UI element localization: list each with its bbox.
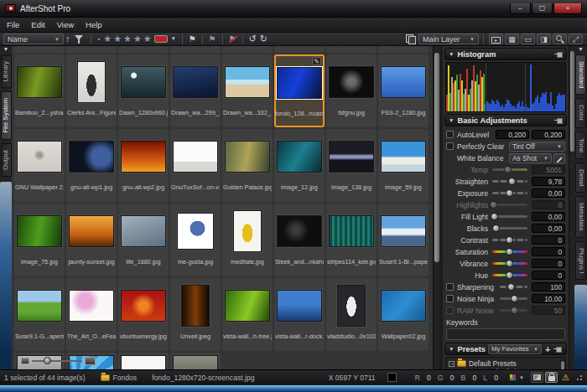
slider-value[interactable]: 50 [532,306,565,315]
sort-direction-button[interactable]: ↑ [65,34,70,44]
slider-value[interactable]: 0,00 [532,224,565,233]
resize-grip[interactable] [576,374,583,381]
slider-value[interactable]: 9,78 [532,177,565,186]
layers-icon[interactable] [406,34,415,44]
thumbnail-cell[interactable]: GNU Wallpaper 2.jpg [14,129,65,202]
slider-value[interactable]: 0 [532,200,565,209]
add-preset-button[interactable]: + [545,345,550,353]
magnifier-button[interactable] [553,34,567,44]
tab-file-system[interactable]: File System [1,91,12,140]
rotate-left-icon[interactable]: ↺ [249,34,257,44]
thumbnail-cell[interactable]: jaunty-sunset.jpg [66,204,117,276]
slideshow-button[interactable]: ▸ [489,34,503,44]
thumbnail-cell[interactable]: me-gusta.jpg [170,204,221,276]
slider-value[interactable]: 5001 [532,165,565,174]
thumbnail-cell-cut[interactable] [378,46,429,53]
menu-edit[interactable]: Edit [31,20,44,29]
autolevel-checkbox[interactable] [446,131,454,138]
thumbnail-cell[interactable]: vladstudio...0x1024.jpg [326,278,377,351]
menu-help[interactable]: Help [86,20,102,29]
slider-handle[interactable] [506,248,513,255]
sharpening-checkbox[interactable] [446,283,454,291]
preset-folder-row[interactable]: − Default Presets [449,359,563,368]
thumbnail-cell[interactable]: vista-wall...r-dock.jpg [274,278,325,351]
color-management-dropdown-icon[interactable]: ▼ [519,375,524,380]
thumbnail-cell[interactable]: Suse9.1-Bl...papers.jpg [378,204,429,276]
raw-noise-checkbox[interactable] [446,307,454,314]
slider-handle[interactable] [492,224,500,232]
slider-value[interactable]: 10,00 [532,294,565,303]
thumbnail-cell[interactable]: meditate.jpg [222,204,273,276]
autolevel-low-value[interactable]: 0,200 [496,130,529,139]
vibrance-slider[interactable] [492,262,527,265]
menu-file[interactable]: File [7,20,19,29]
tab-tone[interactable]: Tone [575,132,586,159]
pin-icon[interactable] [554,50,563,58]
thumbnail-cell[interactable]: Dawn_1280x960.jpg [118,54,169,127]
thumbnail-cell[interactable]: Wallpaper02.jpg [378,278,429,351]
thumbnail-cell-cut[interactable] [274,46,325,53]
thumbnail-cell[interactable]: gnu-alt-wp2.jpg [118,129,169,202]
slider-value[interactable]: 100 [532,282,565,291]
tab-standard[interactable]: Standard [575,54,586,95]
raw-noise-slider[interactable] [500,309,527,312]
thumbnail-cell[interactable]: image_138.jpg [326,129,377,202]
thumbnail-cell[interactable]: Unveil.jpeg [170,278,221,351]
panel-scrollbar[interactable] [569,46,574,369]
slider-value[interactable]: 0 [532,247,565,256]
thumbnail-cell[interactable]: vista-wall...h-tree.jpg [222,278,273,351]
thumbnail-cell-cut[interactable] [222,46,273,53]
single-view-button[interactable]: ▭ [521,34,535,44]
sort-field-dropdown[interactable]: Name ▼ [3,34,64,44]
slider-handle[interactable] [490,201,497,209]
slider-handle[interactable] [506,271,513,279]
slider-handle[interactable] [506,236,513,244]
thumbnail-cell[interactable]: fsfgnu.jpg [326,54,377,127]
layer-dropdown[interactable]: Main Layer ▼ [418,34,479,44]
presets-header[interactable]: ▼ Presets My Favorites ▼ + [444,343,567,355]
flag-reject-icon[interactable]: ⚑ [209,34,216,44]
star-rating-4[interactable]: ★ [133,34,142,44]
thumbnail-cell[interactable]: Drawn_wa...299_.jpg [170,54,221,127]
grid-scrollbar[interactable] [433,46,439,369]
thumbnail-cell-cut[interactable] [66,46,117,53]
keywords-input[interactable] [446,328,565,340]
collapse-icon[interactable]: ▼ [449,51,454,57]
saturation-slider[interactable] [492,250,527,253]
proof-button[interactable] [531,372,543,383]
thumbnail-cell[interactable]: image_59.jpg [378,129,429,202]
temp-slider[interactable] [492,168,527,171]
thumbnail-cell[interactable]: Suse9.1-G...apers.jpg [14,278,65,351]
color-label-dropdown-icon[interactable]: ▼ [171,34,176,44]
star-rating-5[interactable]: ★ [143,34,152,44]
histogram-header[interactable]: ▼ Histogram [444,48,567,60]
thumbnail-cell-cut[interactable] [118,46,169,53]
tab-color[interactable]: Color [575,98,586,127]
presets-favorites-dropdown[interactable]: My Favorites ▼ [488,344,542,354]
collapse-left-panel-icon[interactable]: ▼ [3,46,9,53]
pin-icon[interactable] [554,116,563,124]
close-button[interactable]: × [553,3,582,14]
fill-light-slider[interactable] [492,215,527,218]
basic-adjustments-header[interactable]: ▼ Basic Adjustments [444,114,567,126]
thumbnail-cell[interactable]: Golden Palace.jpg [222,129,273,202]
collapse-box-icon[interactable]: − [449,361,455,367]
thumbnail-cell[interactable]: life_1680.jpg [118,204,169,276]
highlights-slider[interactable] [492,204,527,206]
title-bar[interactable]: AfterShot Pro – ▢ × [0,0,587,18]
slider-handle[interactable] [504,166,512,173]
collapse-icon[interactable]: ▼ [449,346,454,352]
sharpening-slider[interactable] [500,286,527,288]
tint-dropdown[interactable]: Tint Off ▼ [509,142,565,152]
thumbnail-cell[interactable]: image_12.jpg [274,129,325,202]
thumbnail-cell-partial[interactable] [170,353,221,369]
thumbnail-cell[interactable]: ubuntuenergy.jpg [118,278,169,351]
thumbnail-cell-cut[interactable] [326,46,377,53]
fullscreen-button[interactable]: ⤢ [569,34,583,44]
thumbnail-cell[interactable]: Clerks Ani...Figure.jpg [66,54,117,127]
tab-metadata[interactable]: Metadata [575,196,586,237]
slider-value[interactable]: 0 [532,235,565,245]
thumbnail-cell[interactable]: GnuTuxSof...on-v1.jpg [170,129,221,202]
slider-value[interactable]: 0,00 [532,188,565,198]
color-label-swatch[interactable] [154,35,168,43]
